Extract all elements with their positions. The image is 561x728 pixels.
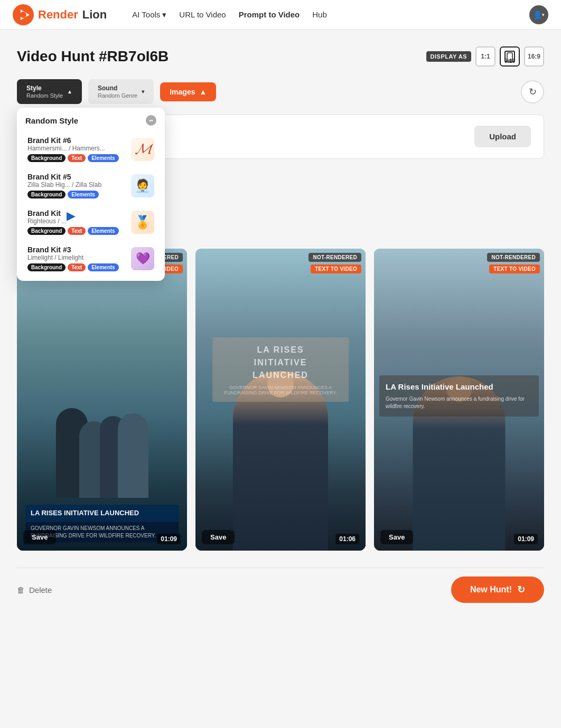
brand-kit-thumb: 🏅 — [131, 211, 154, 234]
nav-prompt-to-video[interactable]: Prompt to Video — [239, 10, 300, 19]
brand-kit-6-item[interactable]: Brand Kit #6 Hammersmi... / Hammers... B… — [19, 131, 163, 167]
video-3-subtitle: Governor Gavin Newsom announces a fundra… — [386, 395, 532, 410]
user-avatar[interactable]: 👤 ▾ — [529, 5, 548, 24]
video-1-title: LA RISES INITIATIVE LAUNCHED — [25, 505, 179, 522]
text-to-video-badge-2: TEXT TO VIDEO — [311, 264, 361, 273]
video-card-2[interactable]: LA RISESINITIATIVELAUNCHED GOVERNOR GAVI… — [195, 249, 366, 551]
images-label: Images — [170, 88, 195, 96]
style-dropdown: Random Style •• Brand Kit #6 Hammersmi..… — [17, 108, 165, 281]
tag-elements-2: Elements — [68, 191, 98, 198]
logo-icon — [13, 4, 34, 25]
navbar: RenderLion AI Tools ▾ URL to Video Promp… — [0, 0, 561, 30]
tag-text-3: Text — [68, 227, 86, 235]
display-as-row: DISPLAY AS 1:1 9:16 16:9 — [426, 46, 544, 67]
delete-button[interactable]: 🗑 Delete — [17, 585, 52, 594]
trash-icon: 🗑 — [17, 585, 25, 594]
style-label: Style Random Style — [26, 84, 63, 99]
tag-text-4: Text — [68, 263, 86, 271]
sound-chevron-icon: ▾ — [142, 89, 144, 94]
new-hunt-refresh-icon: ↻ — [517, 584, 525, 595]
tag-background-4: Background — [27, 263, 66, 271]
video-2-overlay: LA RISESINITIATIVELAUNCHED GOVERNOR GAVI… — [212, 337, 349, 402]
video-2-subtitle: GOVERNOR GAVIN NEWSOM ANNOUNCES A FUNDRA… — [219, 385, 342, 395]
nav-url-to-video[interactable]: URL to Video — [179, 10, 226, 19]
images-button[interactable]: Images ▲ — [160, 82, 216, 101]
nav-links: AI Tools ▾ URL to Video Prompt to Video … — [132, 10, 327, 20]
save-button-3[interactable]: Save — [380, 530, 413, 544]
tag-background-3: Background — [27, 227, 66, 235]
nav-hub[interactable]: Hub — [312, 10, 327, 19]
video-2-title: LA RISESINITIATIVELAUNCHED — [219, 344, 342, 382]
tag-background: Background — [27, 154, 66, 162]
save-button-2[interactable]: Save — [202, 530, 235, 544]
tag-text: Text — [68, 154, 86, 162]
main-content: Video Hunt #RB7oI6B DISPLAY AS 1:1 9:16 … — [0, 30, 561, 551]
tag-background-2: Background — [27, 191, 66, 198]
tag-elements: Elements — [88, 154, 118, 162]
not-rendered-badge-2: NOT-RENDERED — [308, 253, 361, 262]
duration-3: 01:09 — [514, 534, 538, 544]
display-as-label: DISPLAY AS — [426, 51, 471, 62]
tag-elements-4: Elements — [88, 263, 118, 271]
not-rendered-badge-3: NOT-RENDERED — [487, 253, 540, 262]
sound-button[interactable]: Sound Random Genre ▾ — [88, 79, 154, 104]
toolbar: Style Random Style ▲ Sound Random Genre … — [17, 79, 544, 104]
ratio-btn-1-1[interactable]: 1:1 — [475, 46, 495, 67]
ratio-btn-9-16[interactable]: 9:16 — [500, 46, 520, 67]
text-to-video-badge-3: TEXT TO VIDEO — [489, 264, 540, 273]
brand-kit-6-thumb: 𝓜 — [131, 138, 154, 161]
svg-point-2 — [20, 12, 26, 18]
page-title: Video Hunt #RB7oI6B — [17, 48, 169, 65]
video-3-title: LA Rises Initiative Launched — [386, 382, 532, 392]
dropdown-dot: •• — [146, 115, 156, 126]
tag-elements-3: Elements — [88, 227, 118, 235]
chevron-down-icon: ▾ — [162, 10, 166, 20]
brand-kit-item[interactable]: Brand Kit Righteous / ... Background Tex… — [19, 204, 163, 240]
style-button[interactable]: Style Random Style ▲ — [17, 79, 82, 104]
page-header: Video Hunt #RB7oI6B DISPLAY AS 1:1 9:16 … — [17, 46, 544, 67]
new-hunt-button[interactable]: New Hunt! ↻ — [451, 576, 544, 603]
refresh-icon: ↻ — [529, 86, 537, 98]
duration-1: 01:09 — [157, 534, 181, 544]
upload-button[interactable]: Upload — [474, 126, 531, 147]
refresh-button[interactable]: ↻ — [521, 80, 544, 103]
video-3-text-box: LA Rises Initiative Launched Governor Ga… — [379, 375, 539, 417]
video-card-1[interactable]: LA RISES INITIATIVE LAUNCHED GOVERNOR GA… — [17, 249, 187, 551]
avatar-chevron: ▾ — [542, 12, 545, 17]
style-chevron-icon: ▲ — [67, 89, 72, 94]
brand-kit-3-thumb: 💜 — [131, 247, 154, 270]
nav-ai-tools[interactable]: AI Tools ▾ — [132, 10, 166, 20]
logo[interactable]: RenderLion — [13, 4, 107, 25]
duration-2: 01:06 — [335, 534, 359, 544]
brand-kit-5-item[interactable]: Brand Kit #5 Zilla Slab Hig... / Zilla S… — [19, 167, 163, 204]
images-chevron-icon: ▲ — [199, 88, 207, 96]
video-grid: LA RISES INITIATIVE LAUNCHED GOVERNOR GA… — [17, 249, 544, 551]
footer-bar: 🗑 Delete New Hunt! ↻ — [0, 568, 561, 620]
brand-kit-5-thumb: 🧑‍💼 — [131, 174, 154, 197]
sound-label: Sound Random Genre — [98, 84, 137, 99]
brand-kit-3-item[interactable]: Brand Kit #3 Limelight / Limelight Backg… — [19, 240, 163, 277]
ratio-btn-16-9[interactable]: 16:9 — [524, 46, 544, 67]
dropdown-header: Random Style •• — [17, 108, 165, 131]
video-card-3[interactable]: LA Rises Initiative Launched Governor Ga… — [374, 249, 544, 551]
save-button-1[interactable]: Save — [23, 530, 56, 544]
